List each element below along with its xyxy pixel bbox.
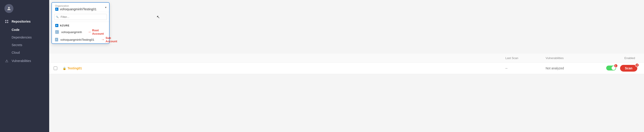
dropdown-search-area: [52, 12, 109, 22]
main-content: Organization vohoquangminh/Testing01 ▾: [49, 0, 644, 132]
scan-btn-wrap: Scan 2: [617, 65, 637, 72]
col-last-scan-header: Last Scan: [505, 56, 546, 60]
sidebar-nav: Repositories Code Dependencies Secrets C…: [0, 17, 49, 65]
org-label: Organization: [55, 4, 106, 7]
svg-rect-1: [5, 20, 6, 21]
sidebar-item-secrets[interactable]: Secrets: [0, 41, 49, 49]
toggle-wrap: 1: [606, 66, 616, 71]
org-dropdown[interactable]: Organization vohoquangminh/Testing01 ▾: [52, 2, 110, 44]
repositories-icon: [4, 19, 9, 24]
chevron-down-icon: ▾: [105, 6, 106, 9]
azure-section-icon: [55, 24, 58, 27]
sidebar-item-code[interactable]: Code: [0, 26, 49, 34]
row-last-scan: --: [505, 66, 546, 70]
root-account-text: Root Account: [92, 29, 109, 35]
row-checkbox-wrap: [54, 66, 62, 70]
row-vulnerabilities: Not analyzed: [546, 66, 595, 70]
scan-badge: 2: [635, 63, 639, 67]
warning-icon: ⚠: [4, 58, 9, 63]
table-row: 🔒 Testing01 -- Not analyzed 1 Scan 2: [49, 63, 644, 74]
arrow-icon-sub: →: [101, 38, 105, 42]
row-enabled-cell: 1 Scan 2: [595, 65, 640, 72]
filter-input[interactable]: [54, 14, 107, 20]
svg-rect-7: [56, 30, 58, 34]
azure-icon-root: [55, 30, 59, 34]
main-top-area: [49, 0, 644, 14]
arrow-icon-root: →: [88, 30, 91, 34]
sub-account-text: Sub Account: [106, 36, 117, 43]
svg-rect-3: [5, 22, 6, 23]
col-enabled-header: Enabled: [595, 56, 640, 60]
svg-rect-8: [55, 38, 58, 41]
sidebar-item-vulnerabilities[interactable]: ⚠ Vulnerabilities: [0, 56, 49, 65]
row-name-cell: 🔒 Testing01: [62, 66, 505, 70]
vulnerabilities-label: Vulnerabilities: [12, 59, 31, 63]
svg-rect-6: [55, 24, 58, 27]
table-header: Last Scan Vulnerabilities Enabled: [49, 54, 644, 63]
root-account-name: vohoquangminh: [61, 30, 82, 34]
dropdown-item-sub[interactable]: vohoquangminh/Testing01 → Sub Account: [52, 36, 109, 44]
cursor-indicator: ↖: [156, 14, 160, 20]
repositories-label: Repositories: [12, 20, 31, 23]
dropdown-item-root[interactable]: vohoquangminh → Root Account: [52, 28, 109, 36]
org-value-text: vohoquangminh/Testing01: [60, 8, 96, 11]
svg-rect-5: [55, 8, 58, 11]
sidebar-item-dependencies[interactable]: Dependencies: [0, 34, 49, 41]
svg-rect-4: [7, 22, 8, 23]
sidebar-item-cloud[interactable]: Cloud: [0, 49, 49, 56]
search-wrap: [54, 14, 107, 20]
svg-point-0: [8, 7, 10, 8]
azure-icon-sub: [55, 38, 58, 42]
repo-name-text: Testing01: [68, 66, 82, 70]
azure-section-title: AZURE: [52, 22, 109, 28]
dropdown-header: Organization vohoquangminh/Testing01 ▾: [52, 3, 109, 12]
avatar: [4, 4, 14, 13]
sub-account-annotation: → Sub Account: [101, 36, 117, 43]
scan-button[interactable]: Scan: [620, 65, 637, 72]
org-value-row: vohoquangminh/Testing01: [55, 8, 106, 11]
col-vuln-header: Vulnerabilities: [546, 56, 595, 60]
row-checkbox[interactable]: [54, 66, 57, 70]
sub-account-name: vohoquangminh/Testing01: [60, 38, 94, 42]
sidebar-item-repositories[interactable]: Repositories: [0, 17, 49, 26]
lock-icon: 🔒: [62, 67, 66, 70]
azure-icon-header: [55, 8, 58, 11]
svg-rect-2: [7, 20, 8, 21]
root-account-annotation: → Root Account: [88, 29, 109, 35]
azure-section-label: AZURE: [60, 24, 70, 27]
sidebar: Repositories Code Dependencies Secrets C…: [0, 0, 49, 132]
repo-name-link[interactable]: 🔒 Testing01: [62, 66, 505, 70]
